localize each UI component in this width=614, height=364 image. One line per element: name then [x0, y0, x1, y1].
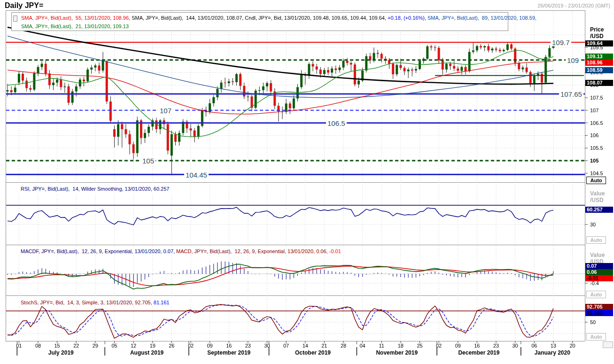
day-label: 23	[493, 343, 499, 349]
day-label: 19	[150, 343, 155, 349]
macd-legend-segment[interactable]: MACDF, JPY=, Bid(Last), 12, 26, 9, Expon…	[21, 248, 176, 254]
price-legend-segment[interactable]: Cndl, JPY=, Bid, 13/01/2020, 109.48, 109…	[245, 15, 388, 21]
price-legend-segment[interactable]: SMA, JPY=, Bid(Last), 144, 13/01/2020, 1…	[132, 15, 245, 21]
price-axis-tick: 105.5	[590, 145, 603, 151]
stoch-legend-segment[interactable]: 81.161	[154, 300, 170, 305]
legend-handle-icon[interactable]	[13, 15, 17, 22]
day-label: 26	[169, 343, 174, 349]
month-label: November 2019	[376, 349, 418, 356]
day-label: 12	[131, 343, 136, 349]
axis-corner-button[interactable]	[603, 341, 613, 348]
macd-badge: 0.07	[585, 263, 613, 269]
day-label: 22	[73, 343, 79, 349]
stoch-badge: 92.705	[585, 304, 613, 310]
day-label: 13	[551, 343, 556, 349]
date-range-label: 26/06/2019 - 23/01/2020 (GMT)	[537, 3, 610, 8]
day-label: 28	[341, 343, 346, 349]
day-label: 21	[321, 343, 327, 349]
level-label-106.5[interactable]: 106.5	[326, 119, 347, 127]
price-legend-box[interactable]: SMA, JPY=, Bid(Last), 55, 13/01/2020, 10…	[11, 12, 508, 31]
macd-legend-segment[interactable]: MACD, JPY=, Bid(Last), 12, 26, 9, Expone…	[176, 248, 329, 254]
day-label: 30	[513, 343, 518, 349]
day-label: 02	[436, 343, 442, 349]
page-title: Daily JPY=	[5, 1, 43, 10]
macd-badge: 0.06	[585, 269, 613, 275]
month-label: September 2019	[207, 349, 250, 356]
level-label-104.45[interactable]: 104.45	[184, 170, 209, 178]
stoch-auto-button[interactable]: Auto	[586, 333, 606, 341]
price-axis-title: Price	[590, 26, 604, 33]
level-label-107[interactable]: 107	[158, 106, 173, 114]
price-axis-tick: 107.5	[590, 95, 603, 101]
day-label: 23	[245, 343, 251, 349]
day-label: 08	[35, 343, 41, 349]
rsi-badge: 60.257	[585, 207, 613, 213]
price-badge: 108.96	[585, 60, 613, 66]
day-label: 14	[303, 343, 308, 349]
chart-window: Daily JPY= 26/06/2019 - 23/01/2020 (GMT)…	[0, 0, 614, 364]
day-label: 16	[226, 343, 232, 349]
price-axis-tick: 104.5	[590, 170, 603, 176]
macd-auto-button[interactable]: Auto	[586, 291, 606, 298]
macd-legend-segment[interactable]: -0.01	[329, 248, 341, 254]
macd-badge: -0.01	[585, 275, 613, 281]
day-label: 02	[188, 343, 194, 349]
price-axis-title: /USD	[590, 33, 604, 39]
month-label: December 2019	[458, 349, 499, 356]
day-label: 07	[283, 343, 289, 349]
price-legend-segment[interactable]: SMA, JPY=, Bid(Last), 21, 13/01/2020, 10…	[21, 23, 129, 29]
level-label-109.7[interactable]: 109.7	[551, 39, 571, 46]
month-label: August 2019	[130, 349, 163, 356]
day-label: 29	[93, 343, 98, 349]
macd-axis-title: Value	[590, 252, 605, 258]
stoch-legend-segment[interactable]: StochS, JPY=, Bid, 14, 3, Simple, 3, 13/…	[21, 300, 154, 305]
day-label: 16	[474, 343, 480, 349]
day-label: 09	[455, 343, 461, 349]
chart-canvas[interactable]	[0, 0, 614, 364]
price-axis-tick: 105	[590, 158, 598, 163]
stoch-legend[interactable]: StochS, JPY=, Bid, 14, 3, Simple, 3, 13/…	[11, 298, 172, 306]
price-badge: 108.07	[585, 80, 613, 86]
price-legend-segment[interactable]: +0.18, (+0.16%),	[388, 15, 427, 21]
price-legend-segment[interactable]: SMA, JPY=, Bid(Last), 55, 13/01/2020, 10…	[21, 15, 132, 21]
macd-axis-tick: -0.4	[590, 280, 599, 286]
rsi-auto-button[interactable]: Auto	[586, 236, 606, 244]
rsi-axis-tick: 30	[590, 222, 596, 227]
price-axis-tick: 107	[590, 108, 598, 113]
macd-legend[interactable]: MACDF, JPY=, Bid(Last), 12, 26, 9, Expon…	[11, 247, 344, 255]
price-auto-button[interactable]: Auto	[586, 177, 606, 184]
price-legend-segment[interactable]: SMA, JPY=, Bid(Last), 89, 13/01/2020, 10…	[427, 15, 538, 21]
day-label: 09	[207, 343, 213, 349]
month-label: January 2020	[535, 349, 570, 356]
rsi-axis-title: Value	[590, 190, 605, 197]
day-label: 25	[417, 343, 422, 349]
price-badge: 109.64	[585, 40, 613, 46]
level-label-107.65[interactable]: 107.65	[559, 90, 583, 98]
day-label: 04	[360, 343, 365, 349]
rsi-legend[interactable]: RSI, JPY=, Bid(Last), 14, Wilder Smoothi…	[11, 184, 172, 193]
day-label: 11	[379, 343, 384, 349]
month-label: July 2019	[48, 349, 74, 356]
day-label: 06	[531, 343, 537, 349]
month-label: October 2019	[295, 349, 331, 356]
price-badge: 109.13	[585, 54, 613, 60]
day-label: 01	[16, 343, 22, 349]
price-axis-tick: 106	[590, 132, 598, 138]
level-label-109[interactable]: 109	[566, 56, 580, 64]
stoch-axis-tick: 50	[590, 319, 596, 325]
day-label: 30	[264, 343, 270, 349]
rsi-legend-segment[interactable]: RSI, JPY=, Bid(Last), 14, Wilder Smoothi…	[21, 186, 169, 192]
day-label: 15	[54, 343, 60, 349]
price-axis-tick: 106.5	[590, 120, 603, 126]
day-label: 18	[398, 343, 404, 349]
price-badge: 108.59	[585, 67, 613, 73]
level-label-105[interactable]: 105	[141, 157, 155, 165]
day-label: 05	[111, 343, 117, 349]
day-label: 20	[569, 343, 575, 349]
rsi-axis-title: /USD	[590, 197, 604, 203]
stoch-badge: 81.161	[585, 310, 613, 316]
